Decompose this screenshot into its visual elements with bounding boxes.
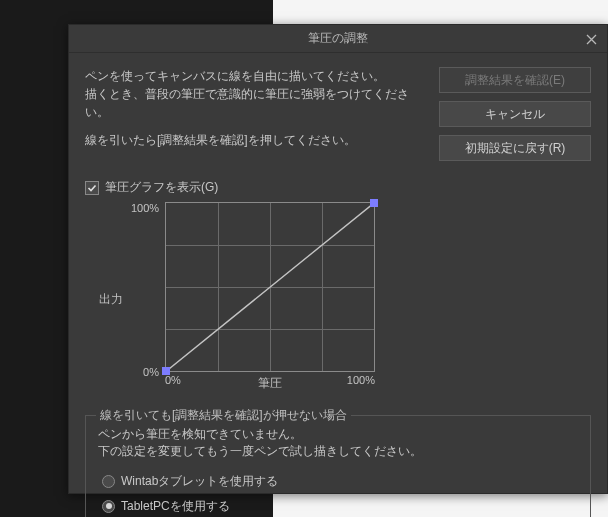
pen-pressure-dialog: 筆圧の調整 ペンを使ってキャンバスに線を自由に描いてください。 描くとき、普段の… xyxy=(68,24,608,494)
pressure-chart: 出力 100% xyxy=(85,202,591,403)
warning-line: ペンから筆圧を検知できていません。 xyxy=(98,426,578,443)
dialog-title: 筆圧の調整 xyxy=(308,30,368,47)
fieldset-legend: 線を引いても[調整結果を確認]が押せない場合 xyxy=(96,407,351,424)
instruction-line: 線を引いたら[調整結果を確認]を押してください。 xyxy=(85,131,425,149)
radio-label: Wintabタブレットを使用する xyxy=(121,473,278,490)
y-tick-min: 0% xyxy=(131,366,165,378)
close-icon[interactable] xyxy=(581,29,601,49)
reset-defaults-button[interactable]: 初期設定に戻す(R) xyxy=(439,135,591,161)
instruction-line: ペンを使ってキャンバスに線を自由に描いてください。 xyxy=(85,67,425,85)
y-tick-max: 100% xyxy=(131,202,165,214)
warning-line: 下の設定を変更してもう一度ペンで試し描きしてください。 xyxy=(98,443,578,460)
instruction-line: 描くとき、普段の筆圧で意識的に筆圧に強弱をつけてください。 xyxy=(85,85,425,121)
titlebar: 筆圧の調整 xyxy=(69,25,607,53)
radio-icon xyxy=(102,475,115,488)
instructions-text: ペンを使ってキャンバスに線を自由に描いてください。 描くとき、普段の筆圧で意識的… xyxy=(85,67,425,161)
x-axis-label: 筆圧 xyxy=(165,375,375,392)
confirm-result-button[interactable]: 調整結果を確認(E) xyxy=(439,67,591,93)
radio-tabletpc[interactable]: TabletPCを使用する xyxy=(102,498,578,515)
curve-handle[interactable] xyxy=(370,199,378,207)
troubleshoot-fieldset: 線を引いても[調整結果を確認]が押せない場合 ペンから筆圧を検知できていません。… xyxy=(85,415,591,517)
radio-wintab[interactable]: Wintabタブレットを使用する xyxy=(102,473,578,490)
show-graph-checkbox[interactable] xyxy=(85,181,99,195)
chart-plot-area[interactable] xyxy=(165,202,375,372)
svg-line-0 xyxy=(166,203,374,371)
cancel-button[interactable]: キャンセル xyxy=(439,101,591,127)
y-axis-label: 出力 xyxy=(99,291,123,308)
show-graph-label: 筆圧グラフを表示(G) xyxy=(105,179,218,196)
radio-label: TabletPCを使用する xyxy=(121,498,230,515)
radio-icon xyxy=(102,500,115,513)
